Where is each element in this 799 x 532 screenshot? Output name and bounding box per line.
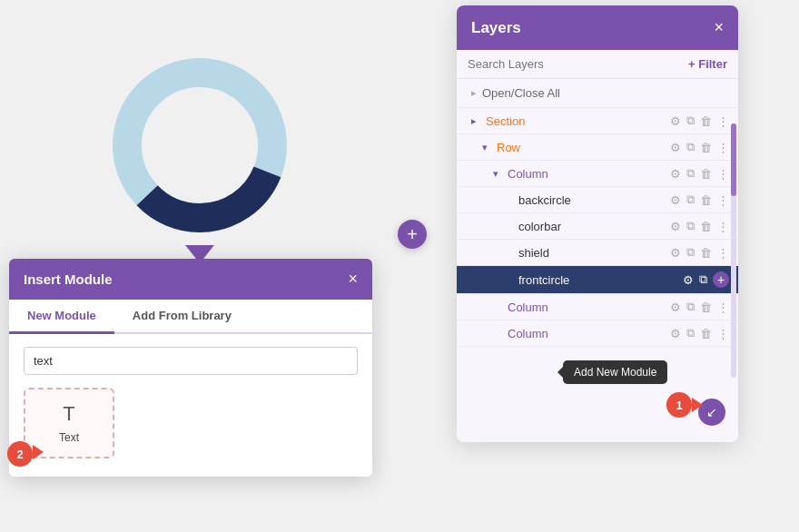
copy-icon-section[interactable]: ⧉ (686, 113, 695, 128)
layers-scrollbar[interactable] (731, 123, 736, 378)
layer-name-backcircle: backcircle (518, 193, 670, 207)
gear-icon-column-2[interactable]: ⚙ (670, 300, 681, 314)
add-module-frontcircle-button[interactable]: + (713, 271, 729, 288)
layer-row-column-3: Column ⚙ ⧉ 🗑 ⋮ (457, 320, 738, 347)
insert-module-body: T Text (9, 334, 372, 477)
layer-actions-shield: ⚙ ⧉ 🗑 ⋮ (670, 245, 729, 260)
layers-panel: Layers × + Filter ▸ Open/Close All ▸ Sec… (457, 5, 738, 442)
layer-row-backcircle: backcircle ⚙ ⧉ 🗑 ⋮ (457, 187, 738, 213)
layer-actions-column-1: ⚙ ⧉ 🗑 ⋮ (670, 166, 729, 181)
layer-row-shield: shield ⚙ ⧉ 🗑 ⋮ (457, 240, 738, 266)
open-close-all-row[interactable]: ▸ Open/Close All (457, 79, 738, 108)
gear-icon-row[interactable]: ⚙ (670, 141, 681, 154)
tab-add-from-library[interactable]: Add From Library (114, 300, 250, 332)
trash-icon-section[interactable]: 🗑 (700, 114, 712, 128)
insert-module-title: Insert Module (24, 271, 113, 287)
layer-name-shield: shield (518, 246, 670, 260)
layer-name-column-2: Column (508, 300, 670, 314)
copy-icon-column-1[interactable]: ⧉ (686, 166, 695, 181)
layers-body: ▸ Open/Close All ▸ Section ⚙ ⧉ 🗑 ⋮ ▾ Row… (457, 79, 738, 442)
layer-row-colorbar: colorbar ⚙ ⧉ 🗑 ⋮ (457, 213, 738, 240)
insert-module-close-button[interactable]: × (348, 270, 358, 289)
insert-module-tabs: New Module Add From Library (9, 300, 372, 334)
open-close-label: Open/Close All (482, 86, 560, 100)
layer-row-row: ▾ Row ⚙ ⧉ 🗑 ⋮ (457, 134, 738, 161)
text-module-icon: T (63, 402, 74, 426)
gear-icon-column-1[interactable]: ⚙ (670, 167, 681, 181)
trash-icon-column-3[interactable]: 🗑 (700, 327, 712, 340)
donut-chart (54, 27, 345, 263)
layer-actions-row: ⚙ ⧉ 🗑 ⋮ (670, 140, 729, 154)
badge-arrow-1 (692, 398, 703, 412)
layers-close-button[interactable]: × (714, 18, 724, 37)
trash-icon-column-2[interactable]: 🗑 (700, 300, 712, 314)
trash-icon-shield[interactable]: 🗑 (700, 246, 712, 260)
gear-icon-column-3[interactable]: ⚙ (670, 327, 681, 340)
layers-search-input[interactable] (468, 57, 681, 71)
copy-icon-row[interactable]: ⧉ (686, 140, 695, 154)
tab-new-module[interactable]: New Module (9, 300, 114, 334)
insert-module-panel: Insert Module × New Module Add From Libr… (9, 259, 372, 477)
layers-search-row: + Filter (457, 50, 738, 79)
layer-name-row: Row (497, 141, 670, 154)
more-icon-colorbar[interactable]: ⋮ (717, 220, 729, 233)
layer-actions-column-2: ⚙ ⧉ 🗑 ⋮ (670, 300, 729, 314)
add-module-plus-button[interactable]: + (398, 220, 427, 249)
gear-icon-colorbar[interactable]: ⚙ (670, 220, 681, 233)
chevron-column-1: ▾ (493, 168, 504, 180)
layer-actions-section: ⚙ ⧉ 🗑 ⋮ (670, 113, 729, 128)
gear-icon-shield[interactable]: ⚙ (670, 246, 681, 260)
filter-button[interactable]: + Filter (688, 57, 727, 71)
step-badge-1: 1 (666, 392, 692, 418)
copy-icon-column-3[interactable]: ⧉ (686, 326, 695, 340)
more-icon-backcircle[interactable]: ⋮ (717, 193, 729, 207)
more-icon-shield[interactable]: ⋮ (717, 246, 729, 260)
gear-icon-frontcircle[interactable]: ⚙ (683, 273, 694, 287)
chevron-section: ▸ (471, 115, 482, 127)
layers-title: Layers (471, 19, 521, 37)
layers-scrollbar-thumb (731, 123, 736, 196)
layer-actions-column-3: ⚙ ⧉ 🗑 ⋮ (670, 326, 729, 340)
module-search-input[interactable] (24, 347, 358, 375)
layer-row-frontcircle: frontcircle ⚙ ⧉ + (457, 266, 738, 294)
layer-row-section: ▸ Section ⚙ ⧉ 🗑 ⋮ (457, 108, 738, 134)
copy-icon-column-2[interactable]: ⧉ (686, 300, 695, 314)
layer-name-frontcircle: frontcircle (518, 273, 683, 287)
layer-name-column-3: Column (508, 327, 670, 340)
layer-actions-colorbar: ⚙ ⧉ 🗑 ⋮ (670, 219, 729, 233)
copy-icon-colorbar[interactable]: ⧉ (686, 219, 695, 233)
gear-icon-section[interactable]: ⚙ (670, 114, 681, 128)
settings-gear-icon: ↙ (706, 405, 717, 419)
module-grid: T Text (24, 388, 358, 458)
badge-arrow-2 (33, 445, 44, 459)
step-badge-2: 2 (7, 441, 33, 467)
more-icon-column-3[interactable]: ⋮ (717, 327, 729, 340)
layer-name-colorbar: colorbar (518, 220, 670, 233)
chevron-row: ▾ (482, 142, 493, 153)
layer-row-column-1: ▾ Column ⚙ ⧉ 🗑 ⋮ (457, 161, 738, 187)
layers-header: Layers × (457, 5, 738, 50)
insert-module-header: Insert Module × (9, 259, 372, 300)
layer-name-section: Section (486, 114, 670, 128)
more-icon-column-2[interactable]: ⋮ (717, 300, 729, 314)
copy-icon-backcircle[interactable]: ⧉ (686, 192, 695, 207)
more-icon-row[interactable]: ⋮ (717, 141, 729, 154)
trash-icon-row[interactable]: 🗑 (700, 141, 712, 154)
text-module-label: Text (59, 431, 79, 444)
layer-row-column-2: Column ⚙ ⧉ 🗑 ⋮ (457, 294, 738, 320)
more-icon-column-1[interactable]: ⋮ (717, 167, 729, 181)
open-close-arrow: ▸ (471, 87, 477, 99)
trash-icon-colorbar[interactable]: 🗑 (700, 220, 712, 233)
copy-icon-frontcircle[interactable]: ⧉ (699, 272, 707, 287)
layer-name-column-1: Column (508, 167, 670, 181)
plus-icon: + (407, 224, 418, 245)
more-icon-section[interactable]: ⋮ (717, 114, 729, 128)
gear-icon-backcircle[interactable]: ⚙ (670, 193, 681, 207)
layer-actions-backcircle: ⚙ ⧉ 🗑 ⋮ (670, 192, 729, 207)
copy-icon-shield[interactable]: ⧉ (686, 245, 695, 260)
trash-icon-backcircle[interactable]: 🗑 (700, 193, 712, 207)
layer-actions-frontcircle: ⚙ ⧉ + (683, 271, 729, 288)
trash-icon-column-1[interactable]: 🗑 (700, 167, 712, 181)
